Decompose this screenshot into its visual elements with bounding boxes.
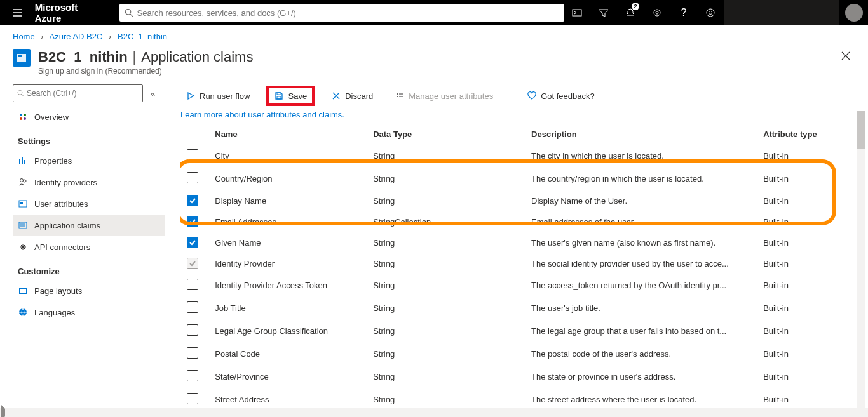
cell-datatype: String — [367, 320, 525, 343]
cell-attrtype: Built-in — [757, 211, 855, 232]
feedback-button[interactable] — [698, 0, 723, 25]
cloud-shell-icon — [572, 8, 582, 18]
svg-point-4 — [656, 11, 658, 14]
row-checkbox[interactable] — [187, 370, 198, 381]
sidebar-search[interactable] — [13, 84, 143, 102]
table-row: Identity Provider Access TokenStringThe … — [180, 274, 855, 297]
api-connectors-icon — [18, 242, 28, 252]
cell-attrtype: Built-in — [757, 168, 855, 190]
help-button[interactable]: ? — [671, 0, 696, 25]
sidebar-item-user-attributes[interactable]: User attributes — [13, 193, 165, 215]
row-checkbox[interactable] — [187, 324, 198, 336]
close-blade-button[interactable] — [836, 49, 855, 65]
cell-description: The user's job title. — [525, 297, 757, 320]
discard-button[interactable]: Discard — [326, 88, 378, 103]
table-row: Email AddressesStringCollectionEmail add… — [180, 211, 855, 232]
learn-more-link[interactable]: Learn more about user attributes and cla… — [180, 110, 855, 119]
collapse-sidebar-button[interactable]: « — [151, 89, 155, 98]
languages-icon — [18, 307, 28, 317]
cell-datatype: StringCollection — [367, 211, 525, 232]
svg-point-7 — [711, 11, 712, 12]
cell-name: City — [208, 145, 367, 168]
application-claims-icon — [18, 220, 28, 230]
svg-rect-27 — [20, 289, 26, 293]
notification-badge: 2 — [632, 3, 639, 10]
sidebar-search-input[interactable] — [27, 89, 139, 98]
brand-label: Microsoft Azure — [35, 2, 104, 23]
svg-rect-29 — [277, 93, 280, 95]
cell-datatype: String — [367, 366, 525, 388]
sidebar-item-api-connectors[interactable]: API connectors — [13, 236, 165, 258]
toolbar: Run user flow Save Discard Manage user a… — [180, 83, 855, 109]
row-checkbox[interactable] — [187, 149, 198, 161]
sidebar: « Overview Settings Properties Identity … — [13, 81, 165, 417]
heart-icon — [527, 91, 537, 101]
global-search[interactable] — [119, 4, 564, 22]
cell-datatype: String — [367, 145, 525, 168]
sidebar-item-application-claims[interactable]: Application claims — [13, 215, 165, 236]
sidebar-item-identity-providers[interactable]: Identity providers — [13, 171, 165, 193]
cell-datatype: String — [367, 190, 525, 211]
user-flow-icon — [13, 49, 31, 67]
row-checkbox[interactable] — [187, 258, 198, 269]
menu-toggle-button[interactable] — [5, 0, 30, 25]
breadcrumb-flow[interactable]: B2C_1_nithin — [118, 32, 167, 41]
row-checkbox[interactable] — [187, 216, 198, 227]
sidebar-item-page-layouts[interactable]: Page layouts — [13, 280, 165, 301]
col-attrtype[interactable]: Attribute type — [757, 124, 855, 145]
settings-button[interactable] — [644, 0, 670, 25]
cell-name: Job Title — [208, 297, 367, 320]
svg-point-20 — [24, 180, 26, 182]
table-row: CityStringThe city in which the user is … — [180, 145, 855, 168]
row-checkbox[interactable] — [187, 237, 198, 248]
row-checkbox[interactable] — [187, 393, 198, 404]
row-checkbox[interactable] — [187, 279, 198, 290]
cell-description: The user's given name (also known as fir… — [525, 232, 757, 253]
close-icon — [841, 51, 850, 60]
claims-table: Name Data Type Description Attribute typ… — [180, 124, 855, 417]
discard-icon — [331, 91, 341, 101]
sidebar-item-languages[interactable]: Languages — [13, 301, 165, 323]
gear-icon — [652, 8, 662, 18]
cell-datatype: String — [367, 232, 525, 253]
run-user-flow-button[interactable]: Run user flow — [180, 88, 255, 103]
horizontal-scrollbar[interactable] — [0, 408, 868, 417]
global-search-input[interactable] — [137, 8, 559, 18]
cell-description: The postal code of the user's address. — [525, 343, 757, 366]
feedback-button[interactable]: Got feedback? — [522, 88, 600, 103]
row-checkbox[interactable] — [187, 347, 198, 359]
cell-attrtype: Built-in — [757, 320, 855, 343]
sidebar-item-overview[interactable]: Overview — [13, 106, 165, 128]
table-row: Display NameStringDisplay Name of the Us… — [180, 190, 855, 211]
svg-rect-2 — [573, 10, 581, 16]
sidebar-group-settings: Settings — [13, 128, 165, 150]
cell-attrtype: Built-in — [757, 190, 855, 211]
col-description[interactable]: Description — [525, 124, 757, 145]
directory-filter-button[interactable] — [591, 0, 616, 25]
breadcrumb-azure-ad-b2c[interactable]: Azure AD B2C — [50, 32, 103, 41]
vertical-scrollbar[interactable] — [857, 111, 865, 408]
content: Run user flow Save Discard Manage user a… — [165, 81, 855, 417]
col-datatype[interactable]: Data Type — [367, 124, 525, 145]
account-strip[interactable] — [724, 0, 839, 25]
avatar[interactable] — [845, 4, 863, 22]
col-name[interactable]: Name — [208, 124, 367, 145]
svg-point-33 — [397, 96, 398, 97]
cell-datatype: String — [367, 297, 525, 320]
sidebar-item-properties[interactable]: Properties — [13, 150, 165, 171]
cell-datatype: String — [367, 343, 525, 366]
svg-point-6 — [709, 11, 709, 12]
manage-user-attributes-button[interactable]: Manage user attributes — [390, 88, 498, 103]
notifications-button[interactable]: 2 — [618, 0, 643, 25]
cloud-shell-button[interactable] — [564, 0, 590, 25]
save-button[interactable]: Save — [266, 86, 315, 106]
breadcrumb-home[interactable]: Home — [13, 32, 35, 41]
table-row: Given NameStringThe user's given name (a… — [180, 232, 855, 253]
svg-rect-8 — [17, 54, 26, 62]
row-checkbox[interactable] — [187, 195, 198, 206]
row-checkbox[interactable] — [187, 301, 198, 313]
cell-name: Identity Provider — [208, 253, 367, 274]
cell-name: State/Province — [208, 366, 367, 388]
row-checkbox[interactable] — [187, 172, 198, 183]
cell-attrtype: Built-in — [757, 343, 855, 366]
